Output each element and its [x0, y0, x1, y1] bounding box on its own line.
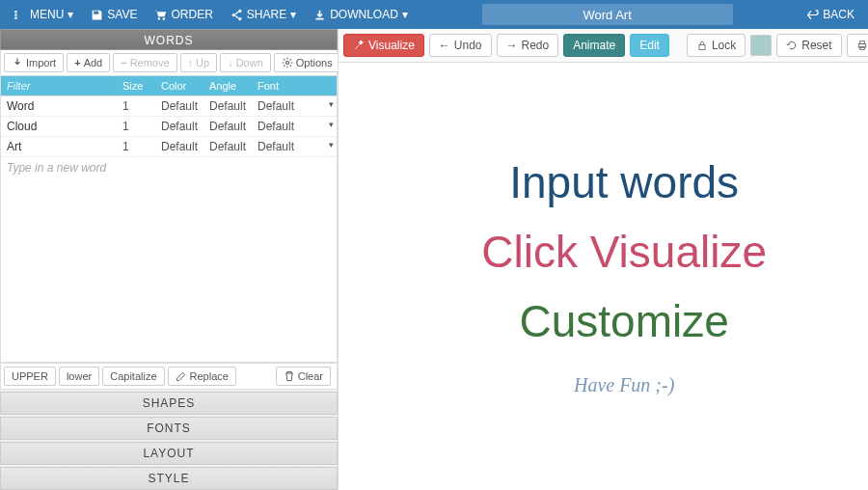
svg-point-5 [238, 9, 241, 12]
lock-icon [696, 40, 708, 51]
grid-header: Size Color Angle Font [0, 76, 338, 96]
edit-button[interactable]: Edit [630, 34, 669, 57]
menu-icon [14, 9, 26, 21]
layout-panel-header[interactable]: LAYOUT [0, 442, 338, 465]
reset-button[interactable]: Reset [776, 34, 841, 57]
capitalize-button[interactable]: Capitalize [102, 367, 164, 386]
import-button[interactable]: Import [4, 53, 64, 72]
caret-down-icon: ▾ [290, 8, 296, 21]
clear-button[interactable]: Clear [276, 367, 331, 386]
add-button[interactable]: +Add [67, 53, 110, 72]
print-icon [856, 40, 868, 51]
new-word-input[interactable]: Type in a new word [1, 157, 337, 178]
filter-input[interactable] [7, 80, 111, 92]
left-panel: WORDS Import +Add −Remove ↑Up ↓Down Opti… [0, 29, 338, 490]
svg-point-4 [163, 17, 165, 19]
magic-icon [353, 40, 365, 51]
color-swatch[interactable] [750, 35, 772, 56]
arrow-up-icon: ↑ [188, 57, 194, 68]
options-button[interactable]: Options [274, 53, 340, 72]
instruction-3: Customize [520, 295, 729, 347]
svg-rect-9 [699, 44, 705, 49]
order-button[interactable]: ORDER [149, 4, 218, 25]
caret-down-icon: ▾ [68, 8, 73, 21]
col-size[interactable]: Size [117, 76, 155, 95]
lock-button[interactable]: Lock [687, 34, 746, 57]
table-row[interactable]: Cloud1DefaultDefaultDefault▾ [1, 117, 337, 137]
plus-icon: + [74, 57, 80, 68]
download-icon [313, 9, 326, 21]
upper-button[interactable]: UPPER [4, 367, 56, 386]
svg-point-3 [158, 17, 160, 19]
words-panel-header[interactable]: WORDS [0, 29, 338, 50]
back-icon [806, 9, 819, 21]
menu-button[interactable]: MENU ▾ [8, 4, 79, 25]
table-row[interactable]: Art1DefaultDefaultDefault▾ [1, 137, 337, 157]
share-button[interactable]: SHARE ▾ [225, 4, 302, 25]
redo-icon: → [506, 39, 518, 52]
save-icon [91, 9, 103, 21]
remove-button[interactable]: −Remove [113, 53, 176, 72]
down-button[interactable]: ↓Down [220, 53, 271, 72]
download-button[interactable]: DOWNLOAD ▾ [308, 4, 414, 25]
caret-down-icon[interactable]: ▾ [323, 117, 337, 136]
canvas-toolbar: Visualize ←Undo →Redo Animate Edit Lock … [339, 29, 868, 63]
title-input[interactable] [482, 4, 733, 25]
right-panel: Visualize ←Undo →Redo Animate Edit Lock … [338, 29, 868, 490]
visualize-button[interactable]: Visualize [343, 34, 424, 57]
svg-point-1 [14, 14, 16, 15]
undo-icon: ← [439, 39, 450, 52]
caret-down-icon[interactable]: ▾ [323, 96, 337, 116]
col-color[interactable]: Color [155, 76, 203, 95]
undo-button[interactable]: ←Undo [429, 34, 492, 57]
grid-body: Word1DefaultDefaultDefault▾ Cloud1Defaul… [0, 96, 338, 363]
gear-icon [282, 57, 293, 68]
svg-point-7 [238, 16, 241, 19]
minus-icon: − [121, 57, 126, 68]
reset-icon [786, 40, 798, 51]
accordion: SHAPES FONTS LAYOUT STYLE [0, 390, 338, 490]
back-button[interactable]: BACK [800, 4, 860, 25]
save-button[interactable]: SAVE [85, 4, 143, 25]
table-row[interactable]: Word1DefaultDefaultDefault▾ [1, 96, 337, 117]
instruction-1: Input words [509, 156, 739, 208]
fonts-panel-header[interactable]: FONTS [0, 417, 338, 440]
trash-icon [284, 370, 295, 382]
case-toolbar: UPPER lower Capitalize Replace Clear [0, 363, 338, 390]
svg-point-8 [285, 62, 288, 65]
style-panel-header[interactable]: STYLE [0, 467, 338, 490]
cart-icon [154, 9, 167, 21]
top-navbar: MENU ▾ SAVE ORDER SHARE ▾ DOWNLOAD ▾ BAC… [0, 0, 868, 29]
arrow-down-icon: ↓ [228, 57, 233, 68]
share-icon [231, 9, 243, 21]
caret-down-icon[interactable]: ▾ [323, 137, 337, 156]
shapes-panel-header[interactable]: SHAPES [0, 392, 338, 415]
words-toolbar: Import +Add −Remove ↑Up ↓Down Options [0, 50, 338, 76]
up-button[interactable]: ↑Up [180, 53, 218, 72]
svg-rect-11 [859, 41, 864, 44]
svg-point-2 [14, 16, 16, 18]
lower-button[interactable]: lower [59, 367, 99, 386]
instruction-2: Click Visualize [481, 226, 767, 278]
svg-point-0 [14, 11, 16, 13]
col-angle[interactable]: Angle [203, 76, 252, 95]
canvas-area[interactable]: Input words Click Visualize Customize Ha… [339, 63, 868, 490]
caret-down-icon: ▾ [402, 8, 408, 21]
edit-icon [176, 370, 187, 382]
animate-button[interactable]: Animate [563, 34, 625, 57]
svg-point-6 [231, 13, 234, 15]
import-icon [12, 57, 23, 68]
have-fun-text: Have Fun ;-) [574, 374, 674, 396]
col-font[interactable]: Font [252, 76, 323, 95]
redo-button[interactable]: →Redo [497, 34, 559, 57]
replace-button[interactable]: Replace [168, 367, 236, 386]
print-button[interactable]: Print [847, 34, 868, 57]
